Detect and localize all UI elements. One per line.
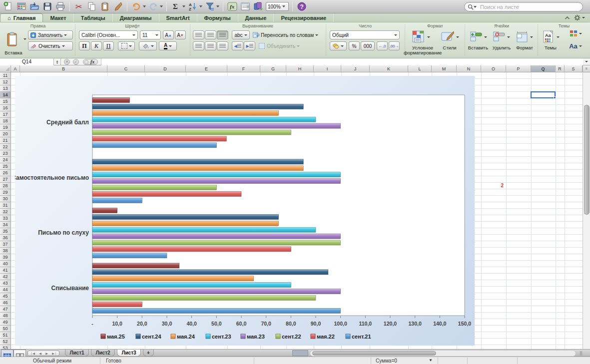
form-button[interactable] bbox=[239, 1, 251, 12]
legend-marker-сент.21[interactable] bbox=[346, 334, 350, 339]
row-header-34[interactable]: 34 bbox=[0, 222, 11, 228]
autosum-button[interactable]: Σ bbox=[170, 1, 182, 12]
shrink-font-button[interactable]: A▼ bbox=[175, 30, 186, 39]
legend-marker-сент.23[interactable] bbox=[206, 334, 210, 339]
column-header-N[interactable]: N bbox=[457, 65, 481, 72]
column-header-H[interactable]: H bbox=[286, 65, 314, 72]
sheet-tab-Лист1[interactable]: Лист1 bbox=[65, 350, 89, 357]
legend-marker-сент.22[interactable] bbox=[276, 334, 280, 339]
row-header-46[interactable]: 46 bbox=[0, 300, 11, 306]
align-center-button[interactable] bbox=[205, 41, 216, 50]
template-gallery-button[interactable] bbox=[15, 1, 27, 12]
filter-dropdown-icon[interactable] bbox=[216, 5, 219, 7]
insert-cells-button[interactable] bbox=[468, 29, 489, 45]
collapse-ribbon-icon[interactable] bbox=[565, 16, 570, 20]
grow-font-button[interactable]: A▲ bbox=[163, 30, 174, 39]
ribbon-tab-макет[interactable]: Макет bbox=[43, 13, 73, 22]
formula-input[interactable] bbox=[101, 58, 583, 65]
sheet-tab-Лист3[interactable]: Лист3 bbox=[117, 350, 141, 357]
row-header-21[interactable]: 21 bbox=[0, 137, 11, 144]
prev-sheet-icon[interactable]: ◀ bbox=[39, 352, 41, 355]
row-header-36[interactable]: 36 bbox=[0, 235, 11, 241]
currency-button[interactable] bbox=[330, 41, 347, 50]
number-format-select[interactable]: Общий bbox=[330, 30, 400, 39]
ribbon-tab-таблицы[interactable]: Таблицы bbox=[74, 13, 113, 22]
bar-мая.24-3[interactable] bbox=[92, 221, 279, 226]
font-name-select[interactable]: Calibri (Основн... bbox=[79, 30, 138, 39]
row-header-41[interactable]: 41 bbox=[0, 267, 11, 274]
bar-мая.22-2[interactable] bbox=[92, 191, 241, 196]
row-header-39[interactable]: 39 bbox=[0, 254, 11, 261]
column-header-F[interactable]: F bbox=[227, 65, 260, 72]
paste-dropdown-icon[interactable] bbox=[23, 38, 26, 40]
column-header-O[interactable]: O bbox=[481, 65, 506, 72]
bar-сент.24-3[interactable] bbox=[92, 214, 279, 219]
bar-сент.23-3[interactable] bbox=[92, 227, 316, 232]
row-header-17[interactable]: 17 bbox=[0, 111, 11, 118]
row-header-14[interactable]: 14 bbox=[0, 92, 11, 98]
bar-сент.21-1[interactable] bbox=[92, 143, 216, 148]
conditional-formatting-button[interactable] bbox=[411, 29, 431, 45]
orientation-button[interactable]: abc bbox=[232, 30, 250, 39]
column-header-R[interactable]: R bbox=[556, 65, 565, 72]
last-sheet-icon[interactable]: ▶❘ bbox=[52, 352, 57, 355]
bar-мая.23-2[interactable] bbox=[92, 179, 341, 184]
paste-button[interactable] bbox=[3, 29, 21, 49]
theme-fonts-button[interactable]: Aa bbox=[566, 41, 586, 50]
print-button[interactable] bbox=[54, 1, 66, 12]
font-size-select[interactable]: 11 bbox=[140, 30, 161, 39]
bar-сент.21-2[interactable] bbox=[92, 198, 142, 203]
cut-button[interactable]: ✂ bbox=[73, 1, 85, 12]
column-header-E[interactable]: E bbox=[186, 65, 227, 72]
column-header-Q[interactable]: Q bbox=[531, 65, 556, 72]
redo-button[interactable] bbox=[147, 1, 159, 12]
bar-мая.23-3[interactable] bbox=[92, 234, 341, 239]
insert-function-button[interactable]: fx bbox=[83, 59, 98, 65]
percent-button[interactable]: % bbox=[349, 41, 360, 50]
increase-indent-button[interactable]: ▶ bbox=[244, 41, 255, 50]
new-workbook-button[interactable] bbox=[2, 1, 14, 12]
sort-az-dropdown-icon[interactable] bbox=[199, 5, 202, 7]
bar-мая.23-4[interactable] bbox=[92, 289, 341, 294]
bold-button[interactable]: П bbox=[79, 41, 90, 50]
column-header-J[interactable]: J bbox=[341, 65, 370, 72]
tab-split-handle[interactable] bbox=[292, 350, 308, 356]
bar-сент.21-3[interactable] bbox=[92, 253, 167, 258]
row-header-44[interactable]: 44 bbox=[0, 287, 11, 293]
ribbon-settings[interactable] bbox=[574, 14, 585, 21]
bar-сент.22-4[interactable] bbox=[92, 296, 316, 301]
row-header-20[interactable]: 20 bbox=[0, 131, 11, 137]
format-painter-button[interactable] bbox=[112, 1, 124, 12]
bar-сент.22-2[interactable] bbox=[92, 185, 216, 190]
fill-color-button[interactable] bbox=[139, 41, 157, 50]
column-header-D[interactable]: D bbox=[145, 65, 186, 72]
bar-мая.25-3[interactable] bbox=[92, 208, 117, 213]
bar-сент.22-1[interactable] bbox=[92, 130, 291, 135]
row-header-11[interactable]: 11 bbox=[0, 72, 11, 79]
ribbon-tab-главная[interactable]: ⌂Главная bbox=[0, 13, 43, 22]
bar-мая.23-1[interactable] bbox=[92, 123, 341, 128]
horizontal-scrollbar[interactable] bbox=[310, 350, 576, 357]
row-header-27[interactable]: 27 bbox=[0, 176, 11, 183]
bar-сент.22-3[interactable] bbox=[92, 240, 341, 245]
bar-мая.22-1[interactable] bbox=[92, 136, 226, 141]
column-header-B[interactable]: B bbox=[20, 65, 107, 72]
ribbon-tab-формулы[interactable]: Формулы bbox=[197, 13, 238, 22]
ribbon-tab-smartart[interactable]: SmartArt bbox=[159, 13, 197, 22]
row-header-23[interactable]: 23 bbox=[0, 150, 11, 157]
legend-marker-сент.24[interactable] bbox=[136, 334, 140, 339]
row-header-32[interactable]: 32 bbox=[0, 209, 11, 215]
sheet-nav-buttons[interactable]: ❘◀ ◀ ▶ ▶❘ bbox=[27, 351, 59, 356]
row-header-30[interactable]: 30 bbox=[0, 196, 11, 202]
bar-мая.22-3[interactable] bbox=[92, 247, 291, 252]
row-header-42[interactable]: 42 bbox=[0, 274, 11, 280]
zoom-control[interactable]: 100% bbox=[266, 2, 289, 11]
align-middle-button[interactable] bbox=[205, 30, 216, 39]
bar-сент.23-1[interactable] bbox=[92, 117, 316, 122]
decrease-decimal-button[interactable]: ,00→ bbox=[389, 41, 400, 50]
themes-button[interactable]: Aa bbox=[540, 29, 562, 45]
row-header-48[interactable]: 48 bbox=[0, 313, 11, 319]
decrease-indent-button[interactable]: ◀ bbox=[232, 41, 243, 50]
aggregate-dropdown-icon[interactable]: ▼ bbox=[429, 358, 433, 363]
column-header-M[interactable]: M bbox=[432, 65, 457, 72]
